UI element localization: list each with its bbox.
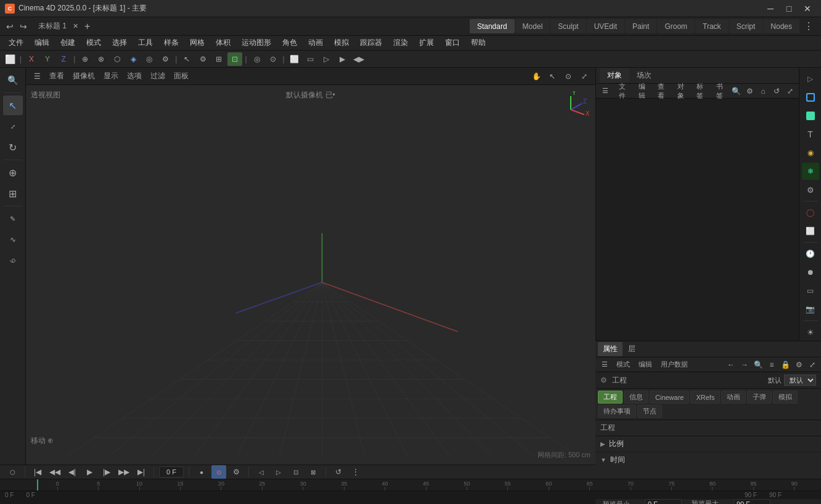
tl-last[interactable]: ▶|	[134, 465, 149, 479]
tl-range1[interactable]: ◁	[254, 465, 269, 479]
tl-next-frame[interactable]: |▶	[99, 465, 114, 479]
tl-range4[interactable]: ⊠	[306, 465, 321, 479]
preview-min-input[interactable]	[645, 499, 682, 504]
tab-layers[interactable]: 层	[623, 342, 640, 356]
menu-select[interactable]: 选择	[107, 36, 132, 49]
tl-play[interactable]: ▶	[82, 465, 97, 479]
subtab-anim[interactable]: 动画	[721, 391, 746, 404]
props-userdata[interactable]: 用户数据	[657, 359, 692, 370]
mode-tab-track[interactable]: Track	[695, 19, 729, 33]
tool-axis6[interactable]: ⚙	[158, 52, 173, 66]
tl-settings3[interactable]: ⚙	[229, 465, 243, 479]
tl-frame-display[interactable]: 0 F	[159, 466, 184, 478]
menu-mode[interactable]: 模式	[81, 36, 106, 49]
tool-settings[interactable]: ⚙	[195, 52, 210, 66]
menu-help[interactable]: 帮助	[466, 36, 491, 49]
tool-curve[interactable]: ∿	[3, 230, 23, 250]
fr-box-icon[interactable]: ⬜	[802, 222, 819, 240]
tool-search[interactable]: 🔍	[3, 70, 23, 90]
menu-volume[interactable]: 体积	[211, 36, 235, 49]
menu-file[interactable]: 文件	[4, 36, 28, 49]
menu-tracker[interactable]: 跟踪器	[355, 36, 387, 49]
tool-universal2[interactable]: ⊕	[3, 163, 23, 182]
tool-render3[interactable]: ▷	[319, 52, 334, 66]
tl-options2[interactable]: ⋮	[348, 465, 363, 479]
tool-rotate2[interactable]: ↻	[3, 137, 23, 157]
menu-create[interactable]: 创建	[55, 36, 80, 49]
undo-button[interactable]: ↩	[4, 20, 16, 33]
vt-cursor[interactable]: ↖	[545, 70, 560, 83]
obj-expand-icon[interactable]: ⤢	[784, 86, 796, 97]
props-lock[interactable]: 🔒	[779, 359, 791, 370]
menu-simulate[interactable]: 模拟	[329, 36, 354, 49]
obj-home-icon[interactable]: ⌂	[757, 86, 769, 97]
vt-hand[interactable]: ✋	[529, 70, 544, 83]
tl-prev-frame[interactable]: ◀|	[65, 465, 80, 479]
vt-camera[interactable]: 摄像机	[69, 70, 99, 83]
subtab-project[interactable]: 工程	[598, 391, 623, 404]
menu-render[interactable]: 渲染	[388, 36, 413, 49]
tool-render5[interactable]: ◀▶	[351, 52, 366, 66]
tl-keyframe[interactable]: ⬡	[5, 465, 20, 479]
mode-tab-script[interactable]: Script	[729, 19, 763, 33]
tl-range2[interactable]: ▷	[271, 465, 286, 479]
subtab-simulate[interactable]: 模拟	[773, 391, 798, 404]
menu-tools[interactable]: 工具	[133, 36, 158, 49]
tool-pointer[interactable]: ↖	[3, 96, 23, 115]
fr-arrow-icon[interactable]: ▷	[802, 70, 819, 87]
fr-text-icon[interactable]: T	[802, 126, 819, 143]
vt-view[interactable]: 查看	[46, 70, 68, 83]
tool-transform2[interactable]: ⊞	[3, 184, 23, 203]
subtab-nodes[interactable]: 节点	[637, 405, 662, 418]
tool-x[interactable]: X	[24, 52, 39, 66]
props-back[interactable]: ←	[725, 359, 737, 370]
fr-film-icon[interactable]: ▭	[802, 282, 819, 299]
tl-prev-key[interactable]: ◀◀	[47, 465, 62, 479]
menu-spline[interactable]: 样条	[159, 36, 184, 49]
subtab-xrefs[interactable]: XRefs	[690, 391, 720, 404]
menu-mesh[interactable]: 网格	[185, 36, 210, 49]
menu-edit[interactable]: 编辑	[30, 36, 54, 49]
tool-render1[interactable]: ⬜	[287, 52, 302, 66]
maximize-button[interactable]: □	[780, 2, 798, 15]
props-edit[interactable]: 编辑	[635, 359, 656, 370]
tool-pen[interactable]: ✎	[3, 209, 23, 229]
new-tab-button[interactable]: +	[82, 21, 92, 32]
props-menu[interactable]: ☰	[598, 359, 611, 370]
tool-c1[interactable]: ◎	[250, 52, 264, 66]
fr-camera-icon[interactable]: 📷	[802, 301, 819, 318]
tool-y[interactable]: Y	[40, 52, 55, 66]
props-settings2[interactable]: ⚙	[793, 359, 805, 370]
obj-settings-icon[interactable]: ⚙	[743, 86, 756, 97]
fr-dots-icon[interactable]: ◉	[802, 144, 819, 161]
mode-tab-paint[interactable]: Paint	[625, 19, 656, 33]
menu-character[interactable]: 角色	[277, 36, 302, 49]
subtab-cineware[interactable]: Cineware	[650, 391, 689, 404]
tl-loop[interactable]: ↺	[331, 465, 346, 479]
tool-axis2[interactable]: ⊗	[94, 52, 108, 66]
tool-brush2[interactable]: ꩜	[3, 251, 23, 270]
tl-autokey[interactable]: ●	[194, 465, 209, 479]
fr-oval-icon[interactable]: ◯	[802, 204, 819, 221]
tl-first[interactable]: |◀	[30, 465, 45, 479]
vt-zoom[interactable]: ⊙	[561, 70, 576, 83]
tool-axis3[interactable]: ⬡	[110, 52, 125, 66]
props-expand2[interactable]: ⤢	[806, 359, 819, 370]
timeline-ruler[interactable]: 051015202530354045505560657075808590	[0, 479, 821, 491]
fr-3d-cube-icon[interactable]	[802, 107, 819, 124]
menu-window[interactable]: 窗口	[440, 36, 465, 49]
mode-tab-model[interactable]: Model	[515, 19, 550, 33]
section-scale-header[interactable]: ▶ 比例	[595, 436, 821, 452]
props-search[interactable]: 🔍	[752, 359, 764, 370]
mode-tab-nodes[interactable]: Nodes	[763, 19, 799, 33]
fr-cube-icon[interactable]	[802, 89, 819, 106]
subtab-info[interactable]: 信息	[624, 391, 648, 404]
props-filter[interactable]: ≡	[766, 359, 778, 370]
vt-panel[interactable]: 面板	[170, 70, 192, 83]
mode-tab-uvedit[interactable]: UVEdit	[587, 19, 624, 33]
fr-record-icon[interactable]: ⏺	[802, 264, 819, 281]
tool-grid[interactable]: ⊞	[211, 52, 226, 66]
close-button[interactable]: ✕	[799, 2, 816, 15]
obj-search-icon[interactable]: 🔍	[730, 86, 742, 97]
fr-sun-icon[interactable]: ☀	[802, 323, 819, 341]
